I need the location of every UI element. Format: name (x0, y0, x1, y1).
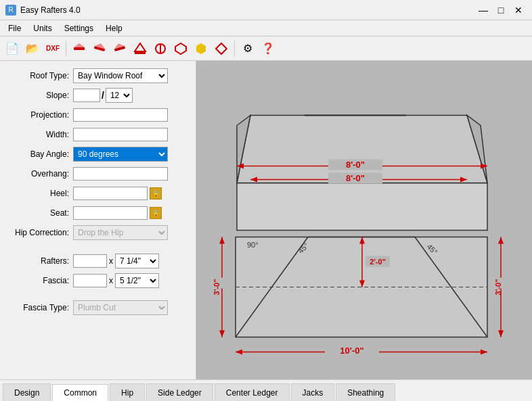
slope-denominator-select[interactable]: 12 (106, 88, 133, 103)
toolbar-btn6[interactable] (110, 39, 129, 58)
fascia-width-input[interactable]: 1 1/2" (73, 274, 107, 287)
title-bar: R Easy Rafters 4.0 — □ ✕ (0, 0, 532, 20)
dim-inner-20: 2'-0" (370, 258, 386, 266)
heel-input[interactable]: 5 3/8" (73, 187, 148, 200)
toolbar-btn8[interactable] (151, 39, 170, 58)
seat-control: 5 3/8" 🔒 (73, 206, 190, 220)
rafters-control: 1 1/2" x 7 1/4" (73, 254, 190, 268)
heel-label: Heel: (5, 189, 73, 198)
toolbar-btn4[interactable] (70, 39, 89, 58)
svg-marker-12 (216, 43, 227, 54)
app-title: Easy Rafters 4.0 (20, 5, 81, 15)
seat-input[interactable]: 5 3/8" (73, 206, 148, 220)
menu-bar: File Units Settings Help (0, 20, 532, 37)
rafters-width-input[interactable]: 1 1/2" (73, 254, 107, 268)
menu-file[interactable]: File (3, 22, 26, 34)
overhang-row: Overhang: 1'-0" (5, 166, 190, 182)
overhang-input[interactable]: 1'-0" (73, 167, 168, 181)
close-button[interactable]: ✕ (510, 3, 527, 17)
dim-top-80: 8'-0" (346, 160, 365, 170)
tab-center-ledger[interactable]: Center Ledger (215, 383, 290, 401)
slope-row: Slope: 6 / 12 (5, 87, 190, 103)
heel-lock-button[interactable]: 🔒 (150, 187, 162, 199)
rafters-row: Rafters: 1 1/2" x 7 1/4" (5, 253, 190, 269)
fascia-type-label: Fascia Type: (5, 303, 73, 312)
hip-correction-control: Drop the Hip (73, 225, 190, 240)
toolbar-sep2 (234, 41, 235, 57)
spacer (5, 244, 190, 250)
width-input[interactable]: 8'-0" (73, 128, 168, 141)
width-label: Width: (5, 130, 73, 139)
hip-correction-label: Hip Correction: (5, 228, 73, 237)
rafters-height-select[interactable]: 7 1/4" (115, 254, 159, 268)
toolbar-open[interactable]: 📂 (23, 39, 42, 58)
fascia-type-select[interactable]: Plumb Cut (73, 300, 168, 315)
spacer2 (5, 292, 190, 296)
dim-bottom-100: 10'-0" (340, 346, 363, 356)
toolbar-new[interactable]: 📄 (3, 39, 22, 58)
svg-marker-14 (237, 183, 487, 231)
toolbar-btn7[interactable] (131, 39, 150, 58)
projection-label: Projection: (5, 110, 73, 120)
toolbar-dxf[interactable]: DXF (43, 39, 62, 58)
toolbar-btn5[interactable] (90, 39, 109, 58)
tab-jacks[interactable]: Jacks (291, 383, 335, 401)
slope-label: Slope: (5, 91, 73, 100)
tab-common[interactable]: Common (52, 384, 108, 401)
overhang-control: 1'-0" (73, 167, 190, 181)
hip-correction-select[interactable]: Drop the Hip (73, 225, 168, 240)
hip-correction-row: Hip Correction: Drop the Hip (5, 225, 190, 241)
fascia-type-control: Plumb Cut (73, 300, 190, 315)
dim-second-80: 8'-0" (346, 173, 365, 183)
toolbar-btn10[interactable] (192, 39, 210, 58)
bay-angle-select[interactable]: 90 degrees (73, 147, 168, 162)
window-controls: — □ ✕ (475, 3, 527, 17)
fascia-height-select[interactable]: 5 1/2" (115, 273, 159, 288)
tab-side-ledger[interactable]: Side Ledger (146, 383, 213, 401)
tab-design[interactable]: Design (3, 383, 51, 401)
bay-angle-row: Bay Angle: 90 degrees (5, 146, 190, 162)
seat-row: Seat: 5 3/8" 🔒 (5, 205, 190, 221)
slope-numerator[interactable]: 6 (73, 89, 100, 102)
seat-label: Seat: (5, 208, 73, 218)
tab-sheathing[interactable]: Sheathing (336, 383, 395, 401)
menu-help[interactable]: Help (100, 22, 128, 34)
tab-bar: Design Common Hip Side Ledger Center Led… (0, 379, 532, 401)
menu-units[interactable]: Units (28, 22, 57, 34)
app-icon: R (5, 5, 16, 16)
roof-type-select[interactable]: Bay Window Roof (73, 68, 168, 83)
slope-input-group: 6 / 12 (73, 88, 133, 103)
slope-control: 6 / 12 (73, 88, 190, 103)
width-control: 8'-0" (73, 128, 190, 141)
toolbar-help[interactable]: ❓ (259, 39, 278, 58)
svg-marker-11 (196, 43, 206, 54)
toolbar: 📄 📂 DXF ⚙ ❓ (0, 37, 532, 61)
heel-control: 5 3/8" 🔒 (73, 187, 190, 200)
maximize-button[interactable]: □ (493, 3, 509, 17)
tab-hip[interactable]: Hip (110, 383, 145, 401)
roof-type-label: Roof Type: (5, 71, 73, 80)
dim-left-30: 3'-0" (213, 279, 221, 296)
fascia-type-row: Fascia Type: Plumb Cut (5, 300, 190, 316)
toolbar-btn9[interactable] (171, 39, 190, 58)
bay-angle-label: Bay Angle: (5, 149, 73, 159)
svg-rect-0 (74, 47, 85, 50)
dim-right-30: 3'-0" (494, 279, 502, 296)
fascia-x-label: x (109, 276, 113, 285)
angle-90-label: 90° (247, 241, 259, 249)
svg-marker-1 (74, 43, 85, 47)
fascia-label: Fascia: (5, 276, 73, 285)
left-panel: Roof Type: Bay Window Roof Slope: 6 / 12 (0, 61, 196, 379)
toolbar-btn11[interactable] (212, 39, 231, 58)
slope-slash: / (102, 90, 104, 101)
toolbar-sep1 (66, 41, 66, 57)
rafters-label: Rafters: (5, 256, 73, 266)
seat-lock-button[interactable]: 🔒 (150, 207, 162, 219)
toolbar-settings[interactable]: ⚙ (238, 39, 257, 58)
projection-input[interactable]: 2'-0" (73, 108, 168, 122)
svg-marker-10 (175, 43, 186, 54)
svg-rect-7 (135, 51, 146, 54)
overhang-label: Overhang: (5, 169, 73, 179)
menu-settings[interactable]: Settings (59, 22, 99, 34)
minimize-button[interactable]: — (475, 3, 491, 17)
